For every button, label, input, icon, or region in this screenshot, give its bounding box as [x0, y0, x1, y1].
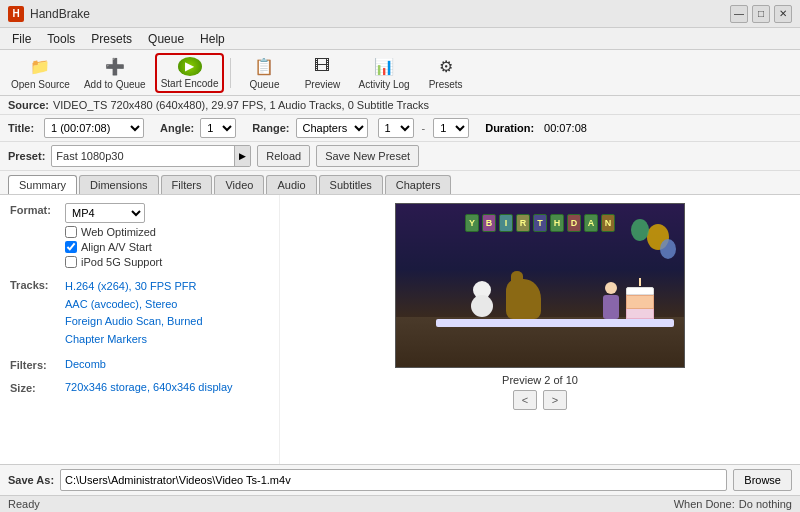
tracks-label: Tracks:: [10, 278, 65, 291]
angle-select[interactable]: 1: [200, 118, 236, 138]
save-as-label: Save As:: [8, 474, 54, 486]
tracks-content: H.264 (x264), 30 FPS PFR AAC (avcodec), …: [65, 278, 269, 348]
filters-row: Filters: Decomb: [10, 358, 269, 371]
range-label: Range:: [252, 122, 289, 134]
web-optimized-row: Web Optimized: [65, 226, 269, 238]
ipod-support-row: iPod 5G Support: [65, 256, 269, 268]
banner-letter-4: T: [533, 214, 547, 232]
range-select[interactable]: Chapters: [296, 118, 368, 138]
close-button[interactable]: ✕: [774, 5, 792, 23]
track-line-0: H.264 (x264), 30 FPS PFR: [65, 278, 269, 296]
preview-next-button[interactable]: >: [543, 390, 567, 410]
preview-panel: Y B I R T H D A N: [280, 195, 800, 464]
preset-arrow-button[interactable]: ▶: [234, 146, 250, 166]
size-value: 720x346 storage, 640x346 display: [65, 381, 269, 393]
maximize-button[interactable]: □: [752, 5, 770, 23]
banner-letter-2: I: [499, 214, 513, 232]
duration-label: Duration:: [485, 122, 534, 134]
balloon-2: [631, 219, 649, 241]
format-label: Format:: [10, 203, 65, 216]
tab-dimensions[interactable]: Dimensions: [79, 175, 158, 194]
open-source-button[interactable]: 📁 Open Source: [6, 53, 75, 93]
preview-label: Preview 2 of 10: [502, 374, 578, 386]
range-to-select[interactable]: 1: [433, 118, 469, 138]
format-row: Format: MP4 Web Optimized Align A/V Star…: [10, 203, 269, 268]
start-encode-button[interactable]: ▶ Start Encode: [155, 53, 225, 93]
add-queue-icon: ➕: [104, 56, 126, 77]
queue-button[interactable]: 📋 Queue: [237, 53, 291, 93]
app-icon: H: [8, 6, 24, 22]
start-encode-icon: ▶: [178, 57, 202, 76]
preview-prev-button[interactable]: <: [513, 390, 537, 410]
preset-value: Fast 1080p30: [52, 146, 234, 166]
preview-nav: < >: [513, 390, 567, 410]
tab-chapters[interactable]: Chapters: [385, 175, 452, 194]
tab-subtitles[interactable]: Subtitles: [319, 175, 383, 194]
web-optimized-label: Web Optimized: [81, 226, 156, 238]
banner-letter-3: R: [516, 214, 530, 232]
ipod-support-label: iPod 5G Support: [81, 256, 162, 268]
range-separator: -: [422, 122, 426, 134]
format-select[interactable]: MP4: [65, 203, 145, 223]
cake: [626, 278, 654, 319]
when-done-label: When Done:: [674, 498, 735, 510]
status-bar: Ready When Done: Do nothing: [0, 495, 800, 512]
save-path-input[interactable]: [60, 469, 727, 491]
reload-button[interactable]: Reload: [257, 145, 310, 167]
title-bar-controls[interactable]: — □ ✕: [730, 5, 792, 23]
format-content: MP4 Web Optimized Align A/V Start iPod 5…: [65, 203, 269, 268]
title-select[interactable]: 1 (00:07:08): [44, 118, 144, 138]
filters-value: Decomb: [65, 358, 269, 370]
menu-file[interactable]: File: [4, 30, 39, 48]
banner-letter-0: Y: [465, 214, 479, 232]
banner-letter-1: B: [482, 214, 496, 232]
open-source-icon: 📁: [29, 56, 51, 77]
toolbar-separator: [230, 58, 231, 88]
presets-button[interactable]: ⚙ Presets: [419, 53, 473, 93]
tracks-row: Tracks: H.264 (x264), 30 FPS PFR AAC (av…: [10, 278, 269, 348]
main-content: Format: MP4 Web Optimized Align A/V Star…: [0, 195, 800, 464]
app-title: HandBrake: [30, 7, 90, 21]
tab-video[interactable]: Video: [214, 175, 264, 194]
web-optimized-checkbox[interactable]: [65, 226, 77, 238]
preset-field: Fast 1080p30 ▶: [51, 145, 251, 167]
align-av-checkbox[interactable]: [65, 241, 77, 253]
menu-presets[interactable]: Presets: [83, 30, 140, 48]
title-bar: H HandBrake — □ ✕: [0, 0, 800, 28]
tab-filters[interactable]: Filters: [161, 175, 213, 194]
track-line-2: Foreign Audio Scan, Burned: [65, 313, 269, 331]
menu-help[interactable]: Help: [192, 30, 233, 48]
ipod-support-checkbox[interactable]: [65, 256, 77, 268]
character-olaf: [471, 281, 493, 317]
size-label: Size:: [10, 381, 65, 394]
balloon-3: [660, 239, 676, 259]
preview-button[interactable]: 🎞 Preview: [295, 53, 349, 93]
source-label: Source:: [8, 99, 49, 111]
preview-image: Y B I R T H D A N: [395, 203, 685, 368]
table-cloth: [436, 319, 674, 327]
title-bar-left: H HandBrake: [8, 6, 90, 22]
range-from-select[interactable]: 1: [378, 118, 414, 138]
activity-log-button[interactable]: 📊 Activity Log: [353, 53, 414, 93]
character-sven: [506, 279, 541, 319]
activity-log-icon: 📊: [373, 56, 395, 77]
title-row: Title: 1 (00:07:08) Angle: 1 Range: Chap…: [0, 115, 800, 142]
summary-panel: Format: MP4 Web Optimized Align A/V Star…: [0, 195, 280, 464]
source-info-text: VIDEO_TS 720x480 (640x480), 29.97 FPS, 1…: [53, 99, 429, 111]
character-person: [603, 282, 619, 319]
when-done-value: Do nothing: [739, 498, 792, 510]
tab-summary[interactable]: Summary: [8, 175, 77, 194]
browse-button[interactable]: Browse: [733, 469, 792, 491]
align-av-row: Align A/V Start: [65, 241, 269, 253]
add-to-queue-button[interactable]: ➕ Add to Queue: [79, 53, 151, 93]
save-new-preset-button[interactable]: Save New Preset: [316, 145, 419, 167]
minimize-button[interactable]: —: [730, 5, 748, 23]
status-ready: Ready: [8, 498, 40, 510]
tab-audio[interactable]: Audio: [266, 175, 316, 194]
title-label: Title:: [8, 122, 38, 134]
menu-queue[interactable]: Queue: [140, 30, 192, 48]
menu-tools[interactable]: Tools: [39, 30, 83, 48]
size-row: Size: 720x346 storage, 640x346 display: [10, 381, 269, 394]
tab-bar: Summary Dimensions Filters Video Audio S…: [0, 171, 800, 195]
banner-letter-5: H: [550, 214, 564, 232]
